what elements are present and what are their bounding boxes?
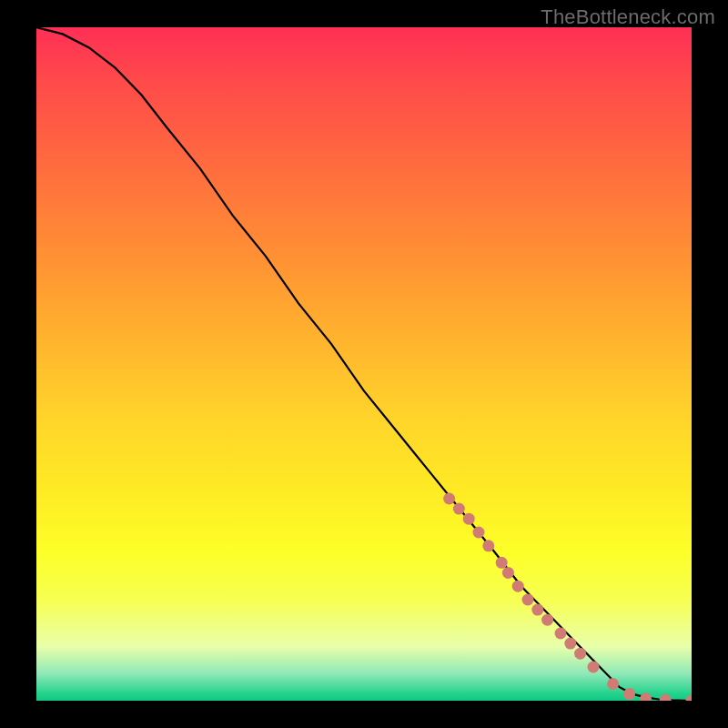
plot-overlay (36, 27, 692, 701)
dot (564, 638, 576, 650)
dot (453, 503, 465, 515)
dot (686, 695, 693, 702)
dot (660, 694, 672, 701)
dot (541, 614, 553, 626)
dot (588, 662, 600, 673)
dot (522, 594, 534, 606)
dot (502, 567, 514, 579)
curve-line (36, 27, 692, 701)
dot (555, 628, 567, 640)
dot (463, 513, 475, 525)
dot (443, 493, 455, 505)
highlighted-dots (443, 493, 692, 702)
dot (512, 581, 524, 592)
dot (607, 678, 619, 690)
dot (496, 557, 508, 569)
chart-container: TheBottleneck.com (0, 0, 728, 728)
dot (623, 688, 635, 700)
dot (574, 648, 586, 660)
dot (473, 527, 485, 539)
dot (531, 604, 543, 616)
dot (482, 540, 494, 551)
dot (640, 693, 652, 701)
attribution-text: TheBottleneck.com (541, 5, 715, 29)
